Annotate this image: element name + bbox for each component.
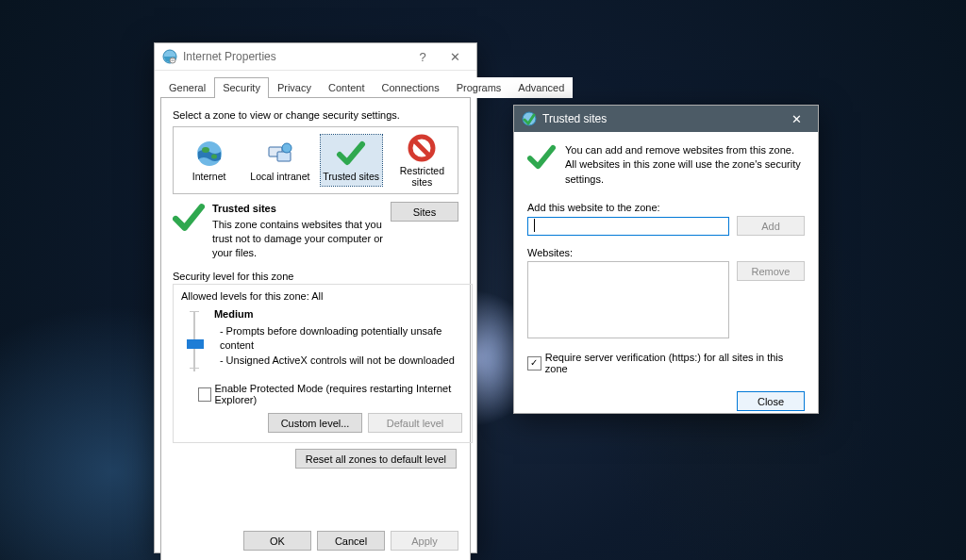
websites-listbox[interactable] (527, 261, 729, 338)
close-button[interactable]: Close (737, 391, 805, 411)
ok-button[interactable]: OK (243, 531, 311, 551)
close-button[interactable]: ✕ (780, 107, 812, 131)
zone-restricted-sites[interactable]: Restricted sites (391, 129, 453, 191)
checkmark-icon (173, 202, 205, 234)
security-tab-panel: Select a zone to view or change security… (160, 97, 471, 560)
add-website-input[interactable] (527, 217, 729, 236)
tab-strip: General Security Privacy Content Connect… (155, 71, 476, 97)
zone-local-intranet-label: Local intranet (249, 171, 310, 182)
custom-level-button[interactable]: Custom level... (268, 413, 362, 433)
svg-line-11 (413, 140, 430, 156)
restricted-icon (407, 133, 437, 163)
protected-mode-label: Enable Protected Mode (requires restarti… (215, 383, 464, 405)
dialog-title: Trusted sites (542, 112, 780, 125)
help-button[interactable]: ? (407, 44, 439, 69)
tab-content[interactable]: Content (320, 77, 374, 98)
level-desc-line2: - Unsigned ActiveX controls will not be … (214, 354, 464, 368)
zone-internet[interactable]: Internet (178, 135, 240, 186)
reset-all-zones-button[interactable]: Reset all zones to default level (295, 449, 457, 469)
zone-trusted-sites[interactable]: Trusted sites (321, 135, 382, 186)
window-title: Internet Properties (183, 50, 407, 63)
add-website-label: Add this website to the zone: (527, 202, 805, 213)
internet-properties-window: Internet Properties ? ✕ General Security… (154, 42, 477, 553)
dialog-intro-text: You can add and remove websites from thi… (565, 143, 805, 187)
allowed-levels-label: Allowed levels for this zone: All (181, 290, 464, 302)
tab-connections[interactable]: Connections (373, 77, 447, 98)
checkmark-icon (527, 143, 556, 172)
apply-button: Apply (391, 531, 458, 551)
titlebar[interactable]: Internet Properties ? ✕ (155, 43, 476, 71)
add-button: Add (737, 216, 805, 236)
remove-button: Remove (737, 261, 805, 281)
desktop-background: Internet Properties ? ✕ General Security… (0, 0, 966, 560)
trusted-sites-dialog: Trusted sites ✕ You can add and remove w… (513, 105, 819, 414)
dialog-body: You can add and remove websites from thi… (514, 132, 818, 422)
tab-privacy[interactable]: Privacy (269, 77, 320, 98)
websites-label: Websites: (527, 247, 805, 258)
zone-restricted-sites-label: Restricted sites (391, 165, 453, 188)
svg-point-5 (202, 147, 209, 153)
svg-rect-3 (171, 60, 174, 61)
trusted-sites-heading: Trusted sites (212, 202, 383, 216)
security-level-group: Allowed levels for this zone: All Medium… (173, 284, 473, 443)
security-level-slider[interactable] (185, 307, 203, 375)
svg-rect-8 (277, 152, 291, 161)
titlebar[interactable]: Trusted sites ✕ (514, 106, 818, 132)
level-desc-line1: - Prompts before downloading potentially… (214, 324, 464, 354)
sites-button[interactable]: Sites (391, 202, 458, 222)
checkmark-icon (336, 139, 366, 169)
svg-point-9 (282, 143, 291, 153)
trusted-sites-icon (522, 111, 537, 126)
zone-internet-label: Internet (178, 171, 240, 182)
internet-options-icon (162, 49, 177, 64)
require-https-checkbox[interactable]: ✓ (527, 356, 541, 371)
tab-advanced[interactable]: Advanced (509, 77, 573, 98)
zone-trusted-sites-label: Trusted sites (321, 171, 382, 182)
zone-select-label: Select a zone to view or change security… (173, 109, 458, 121)
intranet-icon (265, 139, 295, 169)
protected-mode-checkbox[interactable] (198, 387, 211, 402)
svg-rect-2 (171, 59, 174, 60)
cancel-button[interactable]: Cancel (317, 531, 385, 551)
zone-list: Internet Local intranet Trusted sites (173, 126, 458, 194)
tab-general[interactable]: General (160, 77, 214, 98)
svg-point-6 (211, 155, 217, 159)
zone-local-intranet[interactable]: Local intranet (249, 135, 310, 186)
tab-programs[interactable]: Programs (448, 77, 510, 98)
close-button[interactable]: ✕ (439, 44, 471, 69)
tab-security[interactable]: Security (214, 77, 269, 98)
require-https-label: Require server verification (https:) for… (545, 352, 805, 374)
default-level-button: Default level (368, 413, 462, 433)
security-level-label: Security level for this zone (173, 271, 458, 282)
globe-icon (194, 139, 225, 169)
level-name: Medium (214, 307, 464, 321)
trusted-sites-description: This zone contains websites that you tru… (212, 218, 383, 260)
